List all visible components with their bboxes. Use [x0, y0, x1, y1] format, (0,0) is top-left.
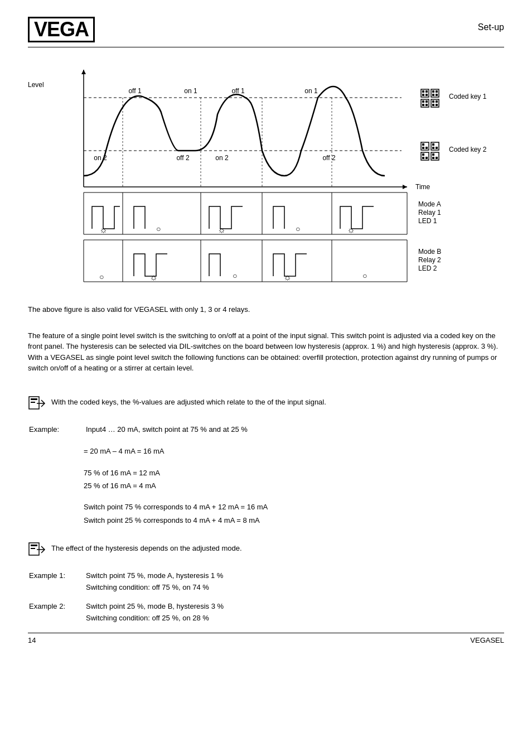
- note-icon-1: [28, 396, 46, 415]
- svg-rect-21: [422, 100, 424, 103]
- svg-rect-49: [436, 157, 438, 159]
- footer-product: VEGASEL: [470, 636, 504, 644]
- note-svg-1: [28, 396, 46, 411]
- svg-rect-32: [425, 143, 428, 146]
- svg-rect-24: [425, 104, 428, 106]
- page: VEGA Set-up Level off 1 off 1: [0, 0, 532, 656]
- svg-rect-17: [436, 90, 438, 93]
- svg-rect-43: [422, 157, 424, 159]
- coded-key-1-icon: [421, 89, 439, 107]
- off1-label-1: off 1: [128, 87, 141, 95]
- note-icon-2: [28, 542, 46, 561]
- mode-b-sun-1: ☼: [149, 272, 158, 282]
- para2: The feature of a single point level swit…: [28, 330, 504, 374]
- mode-b-sun-2: ☼: [283, 272, 292, 282]
- para1: The above figure is also valid for VEGAS…: [28, 304, 504, 315]
- note-text-1: With the coded keys, the %-values are ad…: [51, 397, 326, 408]
- header: VEGA Set-up: [28, 17, 504, 47]
- example2-row: Example 2: Switch point 25 %, mode B, hy…: [29, 595, 503, 625]
- example-indent-3: Switch point 75 % corresponds to 4 mA + …: [84, 500, 504, 527]
- svg-rect-41: [422, 153, 424, 156]
- svg-rect-38: [432, 147, 434, 149]
- example-label: Example:: [29, 423, 85, 436]
- mode-a-sun-2: ☼: [217, 225, 226, 234]
- svg-rect-18: [432, 94, 434, 96]
- logo: VEGA: [28, 17, 95, 42]
- off2-label-2: off 2: [322, 154, 335, 162]
- svg-rect-33: [422, 147, 424, 149]
- coded-key-2-icon: [421, 142, 439, 160]
- svg-rect-44: [425, 157, 428, 159]
- svg-rect-36: [432, 143, 434, 146]
- svg-marker-2: [403, 185, 407, 189]
- examples-table: Example 1: Switch point 75 %, mode A, hy…: [28, 569, 504, 625]
- example-text: Input4 … 20 mA, switch point at 75 % and…: [86, 423, 503, 436]
- svg-rect-28: [432, 104, 434, 106]
- mode-a-label-line3: LED 1: [418, 217, 437, 225]
- level-label: Level: [28, 81, 44, 89]
- on1-label-2: on 1: [304, 87, 318, 95]
- svg-rect-72: [31, 548, 35, 549]
- svg-rect-19: [436, 94, 438, 96]
- main-diagram: off 1 off 1 on 1 on 1 on 2 on 2 off 2 of…: [50, 64, 530, 293]
- example1-row: Example 1: Switch point 75 %, mode A, hy…: [29, 570, 503, 594]
- svg-rect-42: [425, 153, 428, 156]
- off2-label-1: off 2: [176, 154, 189, 162]
- mode-a-circle-2: ○: [296, 224, 300, 233]
- svg-rect-12: [425, 90, 428, 93]
- mode-b-label-line2: Relay 2: [418, 256, 441, 264]
- svg-rect-48: [432, 157, 434, 159]
- mode-b-circle-2: ○: [233, 271, 237, 280]
- example-calc1: = 20 mA – 4 mA = 16 mA: [84, 447, 165, 455]
- off1-label-2: off 1: [231, 87, 244, 95]
- note-svg-2: [28, 542, 46, 557]
- on1-label-1: on 1: [184, 87, 197, 95]
- svg-rect-31: [422, 143, 424, 146]
- svg-rect-13: [422, 94, 424, 96]
- svg-rect-46: [432, 153, 434, 156]
- mode-a-sun-3: ☼: [347, 225, 355, 234]
- on2-label-1: on 2: [94, 154, 107, 162]
- svg-rect-47: [436, 153, 438, 156]
- mode-b-circle-1: ○: [99, 272, 104, 281]
- svg-rect-22: [425, 100, 428, 103]
- svg-rect-34: [425, 147, 428, 149]
- example1-text: Switch point 75 %, mode A, hysteresis 1 …: [86, 570, 503, 594]
- example-indent-1: = 20 mA – 4 mA = 16 mA: [84, 445, 504, 458]
- coded-key-1-label: Coded key 1: [449, 93, 487, 100]
- svg-rect-29: [436, 104, 438, 106]
- mode-a-sun-1: ☼: [99, 225, 108, 234]
- svg-rect-11: [422, 90, 424, 93]
- mode-b-circle-3: ○: [362, 271, 367, 280]
- example1-label: Example 1:: [29, 570, 85, 594]
- example-table: Example: Input4 … 20 mA, switch point at…: [28, 422, 504, 437]
- svg-rect-27: [436, 100, 438, 103]
- example2-text: Switch point 25 %, mode B, hysteresis 3 …: [86, 595, 503, 625]
- svg-rect-16: [432, 90, 434, 93]
- note-block-1: With the coded keys, the %-values are ad…: [28, 397, 504, 415]
- svg-marker-3: [81, 70, 86, 74]
- mode-b-label-line3: LED 2: [418, 264, 437, 272]
- header-title: Set-up: [478, 17, 504, 32]
- footer-page-number: 14: [28, 636, 36, 644]
- on2-label-2: on 2: [215, 154, 229, 162]
- mode-a-circle-1: ○: [156, 224, 161, 233]
- mode-b-label-line1: Mode B: [418, 248, 441, 256]
- coded-key-2-label: Coded key 2: [449, 146, 487, 153]
- svg-rect-26: [432, 100, 434, 103]
- example2-label: Example 2:: [29, 595, 85, 625]
- mode-a-label-line1: Mode A: [418, 200, 441, 208]
- mode-a-label-line2: Relay 1: [418, 209, 441, 216]
- svg-rect-71: [31, 545, 37, 546]
- example-row: Example: Input4 … 20 mA, switch point at…: [29, 423, 503, 436]
- time-label: Time: [415, 183, 431, 191]
- svg-rect-23: [422, 104, 424, 106]
- svg-rect-68: [31, 398, 37, 400]
- note-text-2: The effect of the hysteresis depends on …: [51, 543, 242, 554]
- svg-rect-69: [31, 402, 35, 403]
- footer: 14 VEGASEL: [28, 633, 504, 644]
- example-indent-2: 75 % of 16 mA = 12 mA 25 % of 16 mA = 4 …: [84, 466, 504, 493]
- svg-rect-39: [436, 147, 438, 149]
- svg-rect-14: [425, 94, 428, 96]
- diagram-container: Level off 1 off 1 on 1 on 1: [28, 64, 504, 293]
